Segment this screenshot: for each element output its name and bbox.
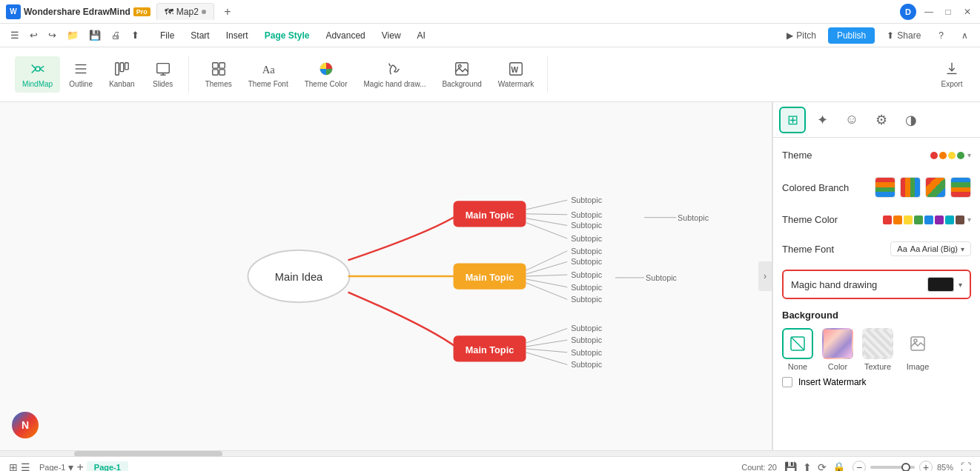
save-button[interactable]: 💾 (85, 27, 105, 43)
magic-hand-control[interactable]: ▾ (927, 277, 962, 292)
maximize-button[interactable]: □ (941, 5, 955, 19)
avatar[interactable]: D (900, 4, 916, 20)
list-view-icon[interactable]: ☰ (21, 461, 30, 472)
bg-image[interactable]: Image (902, 328, 933, 371)
redo-button[interactable]: ↪ (44, 27, 61, 43)
kanban-button[interactable]: Kanban (102, 56, 142, 93)
theme-font-button[interactable]: Aa Theme Font (241, 56, 296, 93)
svg-text:Subtopic: Subtopic (571, 234, 603, 243)
add-page-button[interactable]: + (76, 461, 83, 472)
bg-color[interactable]: Color (822, 328, 853, 371)
svg-rect-10 (125, 63, 129, 70)
share-button[interactable]: ⬆ Share (881, 27, 927, 44)
sidebar-toggle[interactable]: ☰ (6, 27, 24, 43)
grid-view-icon[interactable]: ⊞ (9, 461, 18, 472)
bg-color-label: Color (828, 362, 847, 371)
zoom-out-button[interactable]: − (852, 461, 866, 472)
export-icon (944, 61, 960, 77)
color-dot-orange (893, 216, 902, 224)
branch-opt-3[interactable] (925, 177, 946, 198)
background-button[interactable]: Background (434, 56, 489, 93)
new-tab-button[interactable]: + (220, 4, 235, 19)
theme-color-control[interactable]: ▾ (883, 216, 971, 224)
watermark-button[interactable]: W Watermark (491, 56, 542, 93)
theme-color-button[interactable]: Theme Color (297, 56, 355, 93)
magic-hand-button[interactable]: Magic hand draw... (356, 56, 433, 93)
help-button[interactable]: ? (933, 27, 950, 44)
slides-icon (155, 61, 171, 77)
panel-tab-ai[interactable]: ✦ (809, 107, 835, 133)
undo-button[interactable]: ↩ (25, 27, 42, 43)
svg-line-4 (39, 69, 44, 72)
svg-text:Subtopic: Subtopic (571, 270, 603, 279)
background-icon (454, 61, 470, 77)
page-current-label: Page-1 (94, 463, 121, 472)
zoom-thumb[interactable] (901, 463, 910, 472)
bg-texture[interactable]: Texture (862, 328, 893, 371)
color-dot-purple (935, 216, 944, 224)
svg-line-63 (791, 337, 804, 350)
menu-start[interactable]: Start (183, 27, 216, 44)
save-status-icon[interactable]: 💾 (784, 461, 797, 472)
theme-font-dropdown[interactable]: Aa Aa Arial (Big) ▾ (890, 241, 971, 256)
theme-control[interactable]: ▾ (930, 151, 971, 159)
page-tab-arrow[interactable]: ▾ (68, 461, 73, 472)
bg-image-label: Image (907, 362, 930, 371)
count-label: Count: 20 (741, 463, 777, 472)
print-button[interactable]: 🖨 (107, 27, 125, 43)
panel-tab-emoji[interactable]: ☺ (838, 107, 865, 133)
scroll-area[interactable] (0, 450, 980, 456)
map-tab[interactable]: 🗺 Map2 (156, 3, 214, 20)
menu-insert[interactable]: Insert (219, 27, 256, 44)
zoom-in-button[interactable]: + (919, 461, 933, 472)
kanban-label: Kanban (109, 80, 134, 88)
outline-button[interactable]: Outline (62, 56, 100, 93)
mindmap-button[interactable]: MindMap (15, 56, 60, 93)
svg-rect-15 (219, 63, 225, 68)
swatch-orange (939, 152, 947, 159)
export-button[interactable]: Export (933, 56, 971, 93)
menu-advanced[interactable]: Advanced (318, 27, 372, 44)
lock-status-icon[interactable]: 🔒 (832, 461, 845, 472)
open-button[interactable]: 📁 (62, 27, 83, 43)
menu-page-style[interactable]: Page Style (257, 27, 317, 44)
close-button[interactable]: ✕ (961, 5, 974, 19)
theme-font-value: Aa Arial (Big) (910, 244, 958, 253)
slides-button[interactable]: Slides (144, 56, 182, 93)
page-current-tab[interactable]: Page-1 (87, 461, 128, 472)
magic-hand-row: Magic hand drawing ▾ (782, 270, 971, 299)
fit-screen-icon[interactable]: ⛶ (961, 461, 971, 472)
right-panel: ⊞ ✦ ☺ ⚙ ◑ Theme (772, 102, 980, 450)
panel-tab-style[interactable]: ⊞ (779, 107, 806, 133)
menu-view[interactable]: View (374, 27, 408, 44)
panel-collapse-button[interactable]: › (758, 261, 772, 291)
menu-ai[interactable]: AI (410, 27, 433, 44)
export-quick[interactable]: ⬆ (127, 27, 144, 43)
panel-tab-theme[interactable]: ◑ (898, 107, 924, 133)
svg-line-30 (526, 218, 567, 226)
watermark-row: Insert Watermark (782, 377, 971, 387)
minimize-button[interactable]: — (922, 5, 936, 19)
svg-line-42 (526, 275, 567, 276)
branch-opt-1[interactable] (875, 177, 895, 198)
zoom-slider[interactable] (870, 466, 915, 469)
menu-file[interactable]: File (153, 27, 182, 44)
canvas-area[interactable]: Main Idea Main Topic Subtopic Subtopic S… (0, 102, 772, 450)
expand-button[interactable]: ∧ (956, 27, 974, 44)
branch-opt-2[interactable] (900, 177, 921, 198)
font-dropdown-arrow: ▾ (961, 245, 964, 253)
branch-opt-4[interactable] (950, 177, 971, 198)
watermark-checkbox[interactable] (782, 377, 792, 387)
panel-tab-settings[interactable]: ⚙ (868, 107, 895, 133)
map-icon: 🗺 (165, 7, 173, 17)
font-aa-icon: Aa (897, 244, 907, 253)
svg-text:Subtopic: Subtopic (571, 348, 603, 357)
pitch-button[interactable]: ▶ Pitch (781, 27, 822, 44)
bg-none[interactable]: None (782, 328, 813, 371)
publish-button[interactable]: Publish (828, 27, 875, 44)
magic-hand-color-swatch[interactable] (927, 277, 954, 292)
kanban-icon (113, 61, 130, 77)
share-status-icon[interactable]: ⬆ (803, 461, 812, 472)
sync-status-icon[interactable]: ⟳ (818, 461, 827, 472)
themes-button[interactable]: Themes (198, 56, 239, 93)
